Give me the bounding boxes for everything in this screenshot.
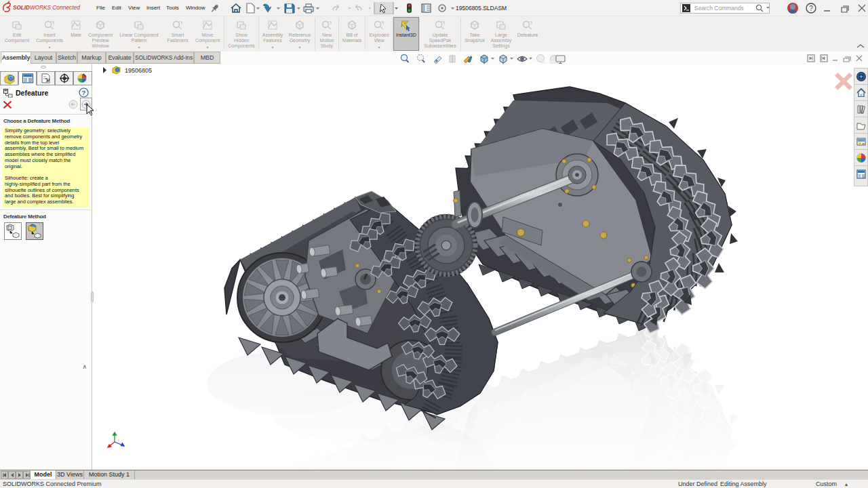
svg-text:?: ? (82, 89, 86, 96)
svg-text:19506805: 19506805 (125, 67, 152, 74)
